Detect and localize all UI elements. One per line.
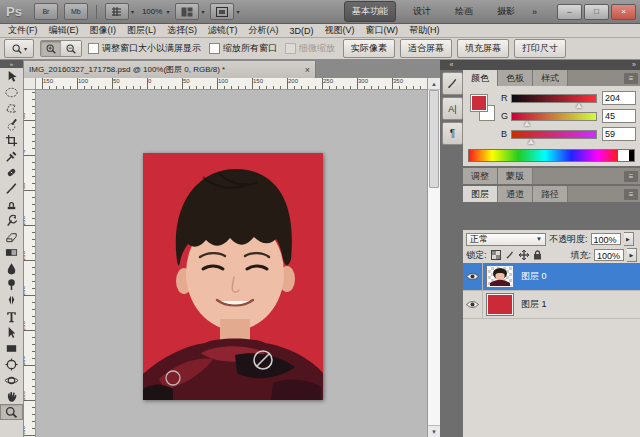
panel-menu-icon[interactable]: ≡ xyxy=(624,171,638,182)
fill-input[interactable]: 100% xyxy=(594,249,624,261)
slider-thumb[interactable] xyxy=(528,139,534,144)
lock-transparency-icon[interactable] xyxy=(490,249,502,261)
crop-tool[interactable] xyxy=(0,132,23,148)
option-checkbox[interactable]: 缩放所有窗口 xyxy=(209,42,277,55)
screen-mode-dropdown[interactable]: ▾ xyxy=(210,3,239,20)
blur-tool[interactable] xyxy=(0,260,23,276)
visibility-toggle[interactable] xyxy=(463,263,483,290)
spectrum-black-swatch[interactable] xyxy=(629,150,634,161)
layer-thumbnail[interactable] xyxy=(487,266,513,287)
zoom-level-value[interactable]: 100% xyxy=(140,7,164,16)
opacity-slider-icon[interactable]: ▶ xyxy=(624,232,634,246)
screen-mode-icon[interactable] xyxy=(210,3,234,20)
color-tab-颜色[interactable]: 颜色 xyxy=(463,70,498,86)
fill-slider-icon[interactable]: ▶ xyxy=(627,248,637,262)
3d-rotate-tool[interactable] xyxy=(0,356,23,372)
rectangle-tool[interactable] xyxy=(0,340,23,356)
scroll-down-icon[interactable]: ▼ xyxy=(428,425,440,437)
checkbox-icon[interactable] xyxy=(209,43,220,54)
layer-thumbnail[interactable] xyxy=(487,294,513,315)
color-tab-样式[interactable]: 样式 xyxy=(533,70,568,86)
layer-row-图层 1[interactable]: 图层 1 xyxy=(463,291,640,319)
view-extras-icon[interactable] xyxy=(105,3,129,20)
minimize-button[interactable]: – xyxy=(557,4,582,20)
lock-all-icon[interactable] xyxy=(532,249,544,261)
adjust-tab-调整[interactable]: 调整 xyxy=(463,168,498,184)
channel-value-G[interactable]: 45 xyxy=(602,109,636,123)
quick-selection-tool[interactable] xyxy=(0,116,23,132)
channel-slider-R[interactable] xyxy=(511,94,597,103)
layers-tab-路径[interactable]: 路径 xyxy=(533,186,568,202)
channel-slider-G[interactable] xyxy=(511,112,597,121)
clone-stamp-tool[interactable] xyxy=(0,196,23,212)
menu-item-选择[interactable]: 选择(S) xyxy=(167,24,197,37)
option-checkbox[interactable]: 调整窗口大小以满屏显示 xyxy=(88,42,201,55)
hand-tool[interactable] xyxy=(0,388,23,404)
scroll-up-icon[interactable]: ▲ xyxy=(428,78,440,90)
scrollbar-thumb[interactable] xyxy=(429,90,439,188)
layers-tab-通道[interactable]: 通道 xyxy=(498,186,533,202)
menu-item-滤镜[interactable]: 滤镜(T) xyxy=(208,24,238,37)
workspace-tab-基本功能[interactable]: 基本功能 xyxy=(344,1,396,22)
opacity-input[interactable]: 100% xyxy=(591,233,621,245)
view-extras-dropdown[interactable]: ▾ xyxy=(105,3,134,20)
option-button-打印尺寸[interactable]: 打印尺寸 xyxy=(514,39,566,58)
eraser-tool[interactable] xyxy=(0,228,23,244)
option-button-填充屏幕[interactable]: 填充屏幕 xyxy=(457,39,509,58)
move-tool[interactable] xyxy=(0,68,23,84)
channel-value-R[interactable]: 204 xyxy=(602,91,636,105)
arrange-documents-icon[interactable] xyxy=(175,3,199,20)
workspace-more-icon[interactable]: » xyxy=(532,7,537,17)
adjust-tab-蒙版[interactable]: 蒙版 xyxy=(498,168,533,184)
eyedropper-tool[interactable] xyxy=(0,148,23,164)
layers-tab-图层[interactable]: 图层 xyxy=(463,186,498,202)
menu-item-分析[interactable]: 分析(A) xyxy=(249,24,279,37)
document-tab[interactable]: IMG_20160327_171758.psd @ 100%(图层 0, RGB… xyxy=(24,61,316,78)
zoom-out-button[interactable] xyxy=(61,41,81,56)
paragraph-panel-icon[interactable]: ¶ xyxy=(442,122,463,145)
visibility-toggle[interactable] xyxy=(463,291,483,318)
checkbox-icon[interactable] xyxy=(88,43,99,54)
workspace-tab-绘画[interactable]: 绘画 xyxy=(448,2,480,21)
3d-orbit-tool[interactable] xyxy=(0,372,23,388)
marquee-tool[interactable] xyxy=(0,84,23,100)
color-tab-色板[interactable]: 色板 xyxy=(498,70,533,86)
panel-menu-icon[interactable]: ≡ xyxy=(624,73,638,84)
dodge-tool[interactable] xyxy=(0,276,23,292)
foreground-color-swatch[interactable] xyxy=(470,94,488,112)
photo-id-portrait[interactable] xyxy=(143,153,323,400)
dock-collapse-icon[interactable]: « xyxy=(440,60,463,70)
lasso-tool[interactable] xyxy=(0,100,23,116)
menu-item-视图[interactable]: 视图(V) xyxy=(325,24,355,37)
color-spectrum-ramp[interactable] xyxy=(468,149,635,162)
menu-item-窗口[interactable]: 窗口(W) xyxy=(366,24,399,37)
zoom-tool-preset[interactable]: ▾ xyxy=(4,39,34,58)
menu-item-图像[interactable]: 图像(I) xyxy=(90,24,117,37)
history-brush-tool[interactable] xyxy=(0,212,23,228)
gradient-tool[interactable] xyxy=(0,244,23,260)
character-panel-icon[interactable]: A| xyxy=(442,97,463,120)
menu-item-3D[interactable]: 3D(D) xyxy=(290,26,314,36)
menu-item-图层[interactable]: 图层(L) xyxy=(127,24,156,37)
canvas-area[interactable] xyxy=(36,90,427,437)
workspace-tab-设计[interactable]: 设计 xyxy=(406,2,438,21)
launch-bridge-button[interactable]: Br xyxy=(34,3,58,20)
option-checkbox[interactable]: 细微缩放 xyxy=(285,42,335,55)
blend-mode-select[interactable]: 正常 ▼ xyxy=(466,233,546,246)
launch-mini-bridge-button[interactable]: Mb xyxy=(64,3,88,20)
restore-button[interactable]: □ xyxy=(584,4,609,20)
option-button-适合屏幕[interactable]: 适合屏幕 xyxy=(400,39,452,58)
option-button-实际像素[interactable]: 实际像素 xyxy=(343,39,395,58)
workspace-tab-摄影[interactable]: 摄影 xyxy=(490,2,522,21)
channel-slider-B[interactable] xyxy=(511,130,597,139)
menu-item-编辑[interactable]: 编辑(E) xyxy=(49,24,79,37)
panel-menu-icon[interactable]: ≡ xyxy=(624,189,638,200)
brush-panel-icon[interactable] xyxy=(442,72,463,95)
zoom-in-button[interactable] xyxy=(41,41,61,56)
menu-item-帮助[interactable]: 帮助(H) xyxy=(409,24,440,37)
healing-brush-tool[interactable] xyxy=(0,164,23,180)
lock-position-icon[interactable] xyxy=(518,249,530,261)
arrange-documents-dropdown[interactable]: ▾ xyxy=(175,3,204,20)
dock-expand-icon[interactable]: » xyxy=(463,60,640,70)
menu-item-文件[interactable]: 文件(F) xyxy=(8,24,38,37)
